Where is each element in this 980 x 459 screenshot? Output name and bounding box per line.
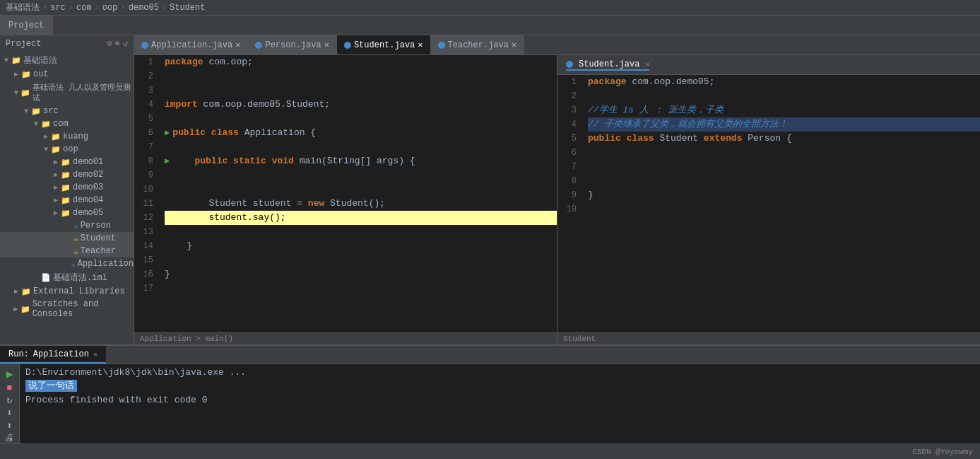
folder-icon: 📁 — [21, 287, 31, 296]
right-tab-bar: Student.java ✕ — [557, 55, 980, 75]
tree-item-out[interactable]: ▶ 📁 out — [0, 68, 134, 81]
expand-arrow: ▼ — [1, 57, 11, 64]
editor-tab-application[interactable]: Application.java ✕ — [134, 35, 248, 54]
left-editor-status: Application > main() — [134, 332, 557, 344]
expand-arrow: ▶ — [11, 305, 20, 313]
scroll-up-button[interactable]: ⬆ — [2, 420, 18, 431]
run-path-text: D:\Environment\jdk8\jdk\bin\java.exe ... — [25, 367, 246, 378]
tree-label: Scratches and Consoles — [33, 299, 134, 319]
expand-arrow: ▶ — [51, 158, 61, 166]
tree-label: src — [43, 106, 59, 116]
tree-item-com[interactable]: ▼ 📁 com — [0, 117, 134, 130]
settings-icon[interactable]: ⚙ — [107, 38, 112, 49]
editor-tab-label: Student.java — [354, 40, 415, 50]
close-icon[interactable]: ✕ — [512, 40, 516, 50]
editor-tab-label: Teacher.java — [448, 40, 509, 50]
comment: //学生 is 人 ： 派生类，子类 — [588, 103, 724, 117]
code-line — [588, 202, 980, 216]
tree-item-scratches[interactable]: ▶ 📁 Scratches and Consoles — [0, 298, 134, 320]
tree-item-extlibs[interactable]: ▶ 📁 External Libraries — [0, 285, 134, 298]
tree-item-teacher[interactable]: ▶ ☕ Teacher — [0, 245, 134, 257]
tree-item-root[interactable]: ▼ 📁 基础语法 — [0, 53, 134, 68]
stop-button[interactable]: ■ — [2, 383, 18, 393]
code-line: public class Student extends Person { — [588, 132, 980, 146]
folder-icon: 📁 — [11, 56, 21, 65]
run-path-line: D:\Environment\jdk8\jdk\bin\java.exe ... — [25, 367, 974, 378]
code-line — [588, 160, 980, 174]
tree-item-person[interactable]: ▶ ☕ Person — [0, 219, 134, 232]
ide-tab-bar: Project — [0, 16, 980, 35]
tree-item-application[interactable]: ▶ ☕ Application — [0, 257, 134, 270]
folder-icon: 📁 — [20, 305, 30, 314]
code-line — [165, 281, 557, 296]
tab-dot — [344, 42, 351, 49]
code-line: } — [588, 188, 980, 202]
tab-dot — [141, 42, 148, 49]
tree-label: Application — [78, 259, 134, 269]
tree-label: demo03 — [73, 182, 103, 192]
tree-item-oop[interactable]: ▼ 📁 oop — [0, 143, 134, 156]
left-editor-pane: 1 2 3 4 5 6 7 8 9 10 11 12 13 14 — [134, 55, 557, 344]
comment: // 子类继承了父类，就会拥有父类的全部方法！ — [588, 117, 788, 132]
tree-item-demo05[interactable]: ▶ 📁 demo05 — [0, 207, 134, 219]
bottom-tab-run[interactable]: Run: Application ✕ — [0, 346, 106, 364]
close-icon[interactable]: ✕ — [93, 350, 98, 359]
tree-label: Student — [81, 233, 116, 243]
java-icon: ☕ — [73, 234, 78, 243]
add-icon[interactable]: ⊕ — [115, 38, 120, 49]
code-line: ▶ public class Application { — [165, 126, 557, 140]
right-tab-student[interactable]: Student.java ✕ — [566, 59, 649, 71]
sidebar-title-label: Project — [6, 39, 41, 49]
code-line: //学生 is 人 ： 派生类，子类 — [588, 103, 980, 117]
tree-label: demo04 — [73, 195, 103, 205]
breadcrumb-item: demo05 — [129, 3, 159, 13]
tree-label: oop — [63, 144, 78, 154]
code-line: package com.oop; — [165, 55, 557, 69]
breadcrumb: 基础语法 › src › com › oop › demo05 › Studen… — [6, 1, 205, 13]
right-code-editor[interactable]: 1 2 3 4 5 6 7 8 9 10 package com.oop.dem… — [557, 75, 980, 332]
expand-arrow: ▶ — [51, 196, 61, 204]
right-tab-label: Student.java — [579, 59, 639, 69]
tree-label: demo02 — [73, 170, 103, 180]
tree-item-demo03[interactable]: ▶ 📁 demo03 — [0, 181, 134, 194]
close-icon[interactable]: ✕ — [645, 60, 649, 69]
code-line — [165, 168, 557, 182]
bottom-toolbar: ▶ ■ ↻ ⬇ ⬆ 🖨 🔍 — [0, 364, 20, 443]
java-icon: ☕ — [73, 221, 78, 231]
editor-tab-person[interactable]: Person.java ✕ — [248, 35, 336, 54]
close-icon[interactable]: ✕ — [235, 40, 240, 50]
run-arrow-icon: ▶ — [165, 154, 170, 168]
tree-item-demo04[interactable]: ▶ 📁 demo04 — [0, 194, 134, 207]
breadcrumb-item: oop — [102, 3, 118, 13]
left-code-editor[interactable]: 1 2 3 4 5 6 7 8 9 10 11 12 13 14 — [134, 55, 557, 332]
scroll-down-button[interactable]: ⬇ — [2, 407, 18, 419]
folder-icon: 📁 — [20, 88, 30, 98]
close-icon[interactable]: ✕ — [324, 40, 329, 50]
code-line — [588, 174, 980, 188]
code-line — [165, 140, 557, 154]
tree-item-kuang[interactable]: ▶ 📁 kuang — [0, 130, 134, 143]
close-icon[interactable]: ✕ — [418, 40, 423, 50]
folder-icon: 📁 — [61, 158, 71, 167]
tree-item-demo02[interactable]: ▶ 📁 demo02 — [0, 168, 134, 181]
tree-item-src[interactable]: ▼ 📁 src — [0, 105, 134, 117]
tab-dot — [438, 42, 445, 49]
ide-tab-project[interactable]: Project — [0, 16, 53, 35]
bottom-output: D:\Environment\jdk8\jdk\bin\java.exe ...… — [20, 364, 980, 443]
editor-tab-student[interactable]: Student.java ✕ — [337, 35, 431, 54]
run-button[interactable]: ▶ — [2, 367, 18, 381]
tree-label: demo05 — [73, 208, 103, 218]
editor-tab-teacher[interactable]: Teacher.java ✕ — [431, 35, 525, 54]
tree-item-demo01[interactable]: ▶ 📁 demo01 — [0, 156, 134, 168]
code-line — [588, 89, 980, 103]
folder-icon: 📁 — [61, 196, 71, 205]
code-content-right: package com.oop.demo05; //学生 is 人 ： 派生类，… — [582, 75, 980, 332]
run-output-highlight: 说了一句话 — [25, 380, 77, 392]
tree-item-iml[interactable]: ▶ 📄 基础语法.iml — [0, 270, 134, 285]
rerun-button[interactable]: ↻ — [2, 395, 18, 406]
tree-item-jichuyufa[interactable]: ▼ 📁 基础语法 几人以及管理员测试 — [0, 81, 134, 105]
tree-item-student[interactable]: ▶ ☕ Student — [0, 232, 134, 245]
refresh-icon[interactable]: ↺ — [123, 38, 128, 49]
tab-dot — [255, 42, 262, 49]
print-button[interactable]: 🖨 — [2, 433, 18, 443]
